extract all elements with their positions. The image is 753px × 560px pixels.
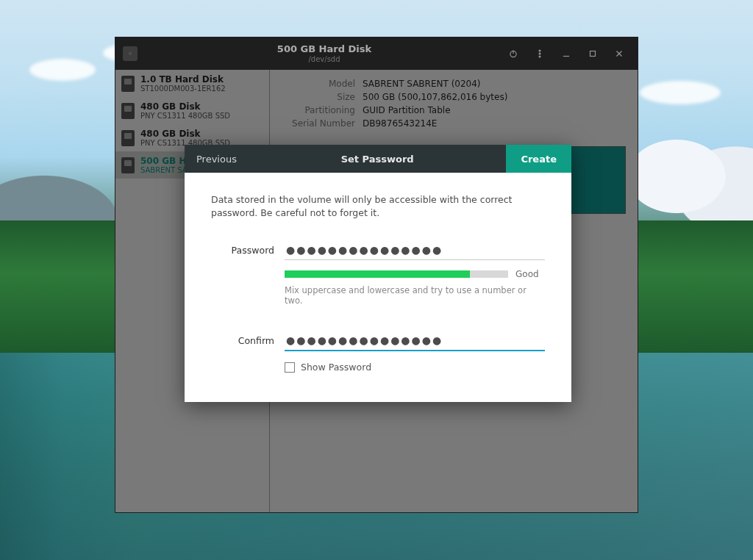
set-password-dialog: Previous Set Password Create Data stored…	[185, 145, 571, 402]
dialog-note: Data stored in the volume will only be a…	[211, 193, 545, 220]
create-button[interactable]: Create	[506, 145, 571, 173]
strength-bar	[285, 270, 508, 278]
password-hint: Mix uppercase and lowercase and try to u…	[285, 285, 545, 306]
dialog-header: Previous Set Password Create	[185, 145, 571, 173]
confirm-input[interactable]: ●●●●●●●●●●●●●●●	[285, 332, 545, 351]
desktop-wallpaper: ◦ 500 GB Hard Disk /dev/sdd	[0, 0, 753, 560]
strength-fill	[285, 270, 470, 278]
password-label: Password	[211, 242, 274, 256]
previous-button[interactable]: Previous	[185, 145, 249, 173]
show-password-label: Show Password	[301, 362, 371, 373]
strength-label: Good	[515, 269, 545, 279]
password-strength: Good	[285, 269, 545, 279]
confirm-label: Confirm	[211, 332, 274, 346]
dialog-title: Set Password	[249, 154, 506, 165]
password-input[interactable]: ●●●●●●●●●●●●●●●	[285, 242, 545, 260]
show-password-checkbox[interactable]	[285, 362, 295, 373]
